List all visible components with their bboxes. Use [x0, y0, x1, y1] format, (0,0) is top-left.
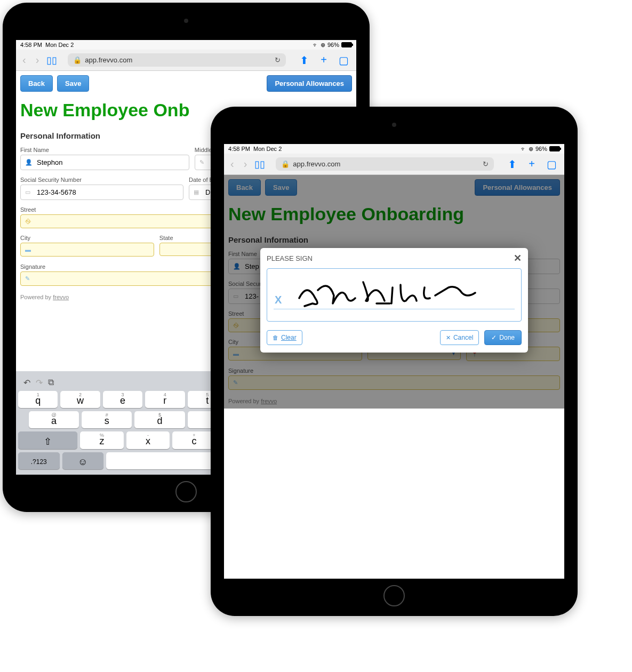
city-input[interactable]: ▬: [20, 243, 154, 257]
shift-key[interactable]: ⇧: [18, 431, 77, 449]
ipad-device-right: 4:58 PM Mon Dec 2 ᯤ ⊕ 96% ‹ › ▯▯ 🔒 app.f…: [211, 107, 578, 616]
undo-icon[interactable]: ↶: [23, 378, 30, 388]
signature-x-mark: X: [275, 294, 282, 306]
signature-stroke: [297, 274, 489, 311]
tabs-icon[interactable]: ▢: [335, 54, 352, 67]
home-button[interactable]: [175, 481, 197, 502]
battery-icon: [341, 42, 352, 47]
city-label: City: [20, 235, 154, 241]
pencil-icon: ✎: [25, 275, 33, 282]
screen-right: 4:58 PM Mon Dec 2 ᯤ ⊕ 96% ‹ › ▯▯ 🔒 app.f…: [224, 144, 564, 579]
save-button[interactable]: Save: [57, 75, 89, 92]
status-bar: 4:58 PM Mon Dec 2 ᯤ ⊕ 96%: [224, 144, 564, 154]
share-icon[interactable]: ⬆︎: [297, 54, 312, 67]
refresh-icon[interactable]: ↻: [275, 56, 281, 64]
url-bar[interactable]: 🔒 app.frevvo.com ↻: [276, 157, 494, 171]
bookmarks-icon[interactable]: ▯▯: [46, 54, 57, 66]
lock-icon: 🔒: [73, 56, 82, 64]
ssn-input[interactable]: ▭123-34-5678: [20, 185, 183, 200]
share-icon[interactable]: ⬆︎: [505, 158, 520, 171]
road-icon: ⛗: [25, 218, 33, 225]
frevvo-link[interactable]: frevvo: [53, 294, 69, 300]
clipboard-icon[interactable]: ⧉: [48, 378, 54, 388]
battery-percent: 96%: [327, 42, 339, 48]
status-bar: 4:58 PM Mon Dec 2 ᯤ ⊕ 96%: [16, 40, 356, 50]
trash-icon: 🗑: [273, 334, 278, 341]
cancel-button[interactable]: ✕Cancel: [440, 330, 479, 345]
edit-icon: ✎: [199, 159, 207, 166]
back-button[interactable]: Back: [20, 75, 53, 92]
signature-modal: PLEASE SIGN ✕ X 🗑Clear ✕Cancel ✓Done: [260, 248, 528, 353]
status-time: 4:58 PM: [228, 146, 250, 152]
home-button[interactable]: [383, 585, 405, 606]
refresh-icon[interactable]: ↻: [483, 160, 489, 168]
building-icon: ▬: [25, 246, 33, 253]
url-text: app.frevvo.com: [85, 56, 132, 64]
url-bar[interactable]: 🔒 app.frevvo.com ↻: [68, 53, 286, 67]
first-name-label: First Name: [20, 147, 189, 153]
key-w[interactable]: 2w: [60, 391, 100, 408]
first-name-input[interactable]: 👤Stephon: [20, 155, 189, 170]
key-d[interactable]: $d: [134, 411, 185, 428]
browser-toolbar: ‹ › ▯▯ 🔒 app.frevvo.com ↻ ⬆︎ + ▢: [16, 50, 356, 71]
key-r[interactable]: 4r: [145, 391, 185, 408]
key-s[interactable]: #s: [82, 411, 132, 428]
nav-forward-icon[interactable]: ›: [34, 54, 42, 66]
bookmarks-icon[interactable]: ▯▯: [254, 158, 265, 170]
url-text: app.frevvo.com: [293, 160, 340, 168]
wifi-icon: ᯤ: [521, 146, 526, 152]
close-icon: ✕: [446, 334, 451, 341]
new-tab-icon[interactable]: +: [317, 54, 330, 66]
ssn-label: Social Security Number: [20, 177, 183, 183]
nav-back-icon[interactable]: ‹: [20, 54, 28, 66]
modal-title: PLEASE SIGN: [267, 254, 313, 262]
nav-forward-icon[interactable]: ›: [242, 158, 250, 170]
camera-dot: [184, 19, 188, 23]
symbols-key[interactable]: .?123: [18, 452, 60, 469]
calendar-icon: ▦: [194, 189, 201, 196]
personal-allowances-button[interactable]: Personal Allowances: [267, 75, 352, 92]
camera-dot: [392, 123, 396, 127]
battery-icon: [549, 146, 560, 151]
redo-icon[interactable]: ↷: [36, 378, 43, 388]
browser-toolbar: ‹ › ▯▯ 🔒 app.frevvo.com ↻ ⬆︎ + ▢: [224, 154, 564, 175]
signature-canvas[interactable]: X: [267, 268, 522, 322]
rotation-lock-icon: ⊕: [321, 42, 325, 49]
done-button[interactable]: ✓Done: [484, 330, 522, 345]
battery-percent: 96%: [535, 146, 547, 152]
nav-back-icon[interactable]: ‹: [228, 158, 236, 170]
emoji-key[interactable]: ☺: [62, 452, 104, 469]
status-time: 4:58 PM: [20, 42, 42, 48]
status-date: Mon Dec 2: [45, 42, 74, 48]
person-icon: 👤: [25, 159, 33, 166]
clear-button[interactable]: 🗑Clear: [267, 330, 302, 345]
key-e[interactable]: 3e: [103, 391, 142, 408]
key-c[interactable]: +c: [172, 431, 215, 449]
new-tab-icon[interactable]: +: [525, 158, 538, 170]
check-icon: ✓: [491, 334, 497, 341]
key-a[interactable]: @a: [29, 411, 79, 428]
key-z[interactable]: %z: [80, 431, 123, 449]
key-q[interactable]: 1q: [18, 391, 58, 408]
lock-icon: 🔒: [281, 160, 290, 168]
wifi-icon: ᯤ: [313, 42, 318, 48]
rotation-lock-icon: ⊕: [529, 146, 533, 153]
card-icon: ▭: [25, 189, 33, 196]
key-x[interactable]: -x: [126, 431, 170, 449]
close-icon[interactable]: ✕: [514, 252, 522, 264]
status-date: Mon Dec 2: [253, 146, 282, 152]
tabs-icon[interactable]: ▢: [543, 158, 560, 171]
